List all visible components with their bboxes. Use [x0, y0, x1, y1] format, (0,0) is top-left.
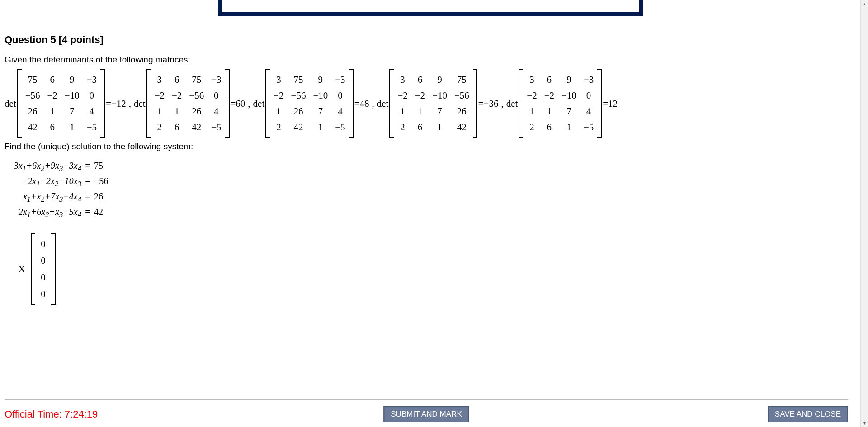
equation-rhs: −56: [91, 176, 108, 189]
footer-bar: Official Time: 7:24:19 SUBMIT AND MARK S…: [5, 399, 848, 422]
matrix-cell: 0: [208, 88, 225, 104]
det-label: det: [506, 98, 519, 109]
matrix-cell: 75: [451, 72, 473, 88]
matrix-cell: 26: [185, 104, 208, 119]
scrollbar-track[interactable]: [861, 8, 868, 419]
matrix-cell: 7: [309, 104, 331, 119]
scroll-up-arrow-icon[interactable]: ▴: [861, 0, 868, 8]
matrix-cell: −2: [541, 88, 558, 104]
equation: 3x1+6x2+9x3−3x4=75: [7, 161, 856, 173]
matrix-cell: 1: [168, 104, 185, 119]
matrix: 3759−3−2−56−100126742421−5: [265, 69, 353, 138]
matrix-cell: 6: [168, 72, 185, 88]
matrix-cell: 6: [411, 72, 429, 88]
matrix-cell: 0: [580, 88, 597, 104]
det-label: det: [134, 98, 146, 109]
matrix-cell: 42: [185, 119, 208, 135]
matrix-cell: 4: [331, 104, 349, 119]
det-value: =12: [602, 98, 620, 109]
det-value: =60: [230, 98, 248, 109]
matrix-cell: −10: [558, 88, 580, 104]
determinant-row: det7569−3−56−2−100261744261−5=−12, det36…: [5, 69, 856, 138]
scroll-down-arrow-icon[interactable]: ▾: [861, 419, 868, 427]
det-label: det: [377, 98, 390, 109]
official-time-value: 7:24:19: [65, 408, 98, 420]
matrix-cell: 6: [411, 119, 429, 135]
separator: ,: [248, 98, 253, 109]
matrix-cell: −5: [83, 119, 100, 135]
matrix-cell: 4: [83, 104, 100, 119]
equation-lhs: 3x1+6x2+9x3−3x4: [7, 161, 84, 173]
save-and-close-button[interactable]: SAVE AND CLOSE: [768, 406, 848, 422]
matrix-cell: 75: [185, 72, 208, 88]
matrix-cell: −56: [185, 88, 208, 104]
equation: x1+x2+7x3+4x4=26: [7, 191, 856, 204]
matrix-cell: 3: [394, 72, 411, 88]
equals-sign: =: [84, 176, 91, 189]
matrix-cell: −10: [309, 88, 331, 104]
solution-cell[interactable]: 0: [35, 252, 51, 269]
equals-sign: =: [84, 191, 91, 204]
submit-and-mark-button[interactable]: SUBMIT AND MARK: [383, 406, 469, 422]
question-title: Question 5 [4 points]: [5, 34, 856, 46]
matrix-cell: 6: [44, 72, 61, 88]
matrix-cell: 2: [270, 119, 287, 135]
matrix-cell: 7: [558, 104, 580, 119]
det-label: det: [5, 98, 17, 109]
matrix-cell: 9: [61, 72, 83, 88]
matrix: 36975−2−2−10−561172626142: [389, 69, 477, 138]
separator: ,: [501, 98, 506, 109]
matrix-cell: 1: [394, 104, 411, 119]
matrix-cell: 0: [83, 88, 100, 104]
matrix-cell: 1: [270, 104, 287, 119]
equals-sign: =: [84, 161, 91, 173]
matrix-cell: 9: [309, 72, 331, 88]
matrix-cell: −3: [331, 72, 349, 88]
find-text: Find the (unique) solution to the follow…: [5, 142, 856, 152]
viewport: Question 5 [4 points] Given the determin…: [0, 0, 868, 427]
matrix-cell: −3: [83, 72, 100, 88]
matrix-cell: −2: [44, 88, 61, 104]
solution-cell[interactable]: 0: [35, 236, 51, 252]
matrix-cell: −56: [288, 88, 310, 104]
matrix-cell: −2: [411, 88, 429, 104]
matrix-cell: 7: [61, 104, 83, 119]
matrix-cell: −3: [580, 72, 597, 88]
solution-cell[interactable]: 0: [35, 286, 51, 303]
det-label: det: [253, 98, 266, 109]
equation-lhs: −2x1−2x2−10x3: [7, 176, 84, 189]
matrix: 3675−3−2−2−560112642642−5: [146, 69, 230, 138]
matrix-cell: −2: [270, 88, 287, 104]
matrix-cell: 4: [580, 104, 597, 119]
matrix-cell: 1: [523, 104, 540, 119]
matrix-cell: 42: [451, 119, 473, 135]
equation-lhs: x1+x2+7x3+4x4: [7, 191, 84, 204]
matrix-cell: 7: [429, 104, 451, 119]
equation: −2x1−2x2−10x3=−56: [7, 176, 856, 189]
matrix-cell: −2: [523, 88, 540, 104]
content-area: Question 5 [4 points] Given the determin…: [0, 0, 860, 427]
matrix-cell: −10: [61, 88, 83, 104]
matrix-cell: 1: [558, 119, 580, 135]
matrix-cell: 6: [541, 72, 558, 88]
det-value: =48: [354, 98, 372, 109]
matrix-cell: 26: [22, 104, 44, 119]
equation-lhs: 2x1+6x2+x3−5x4: [7, 207, 84, 219]
matrix-cell: 75: [22, 72, 44, 88]
equation-rhs: 75: [91, 161, 103, 173]
matrix-cell: 1: [151, 104, 168, 119]
matrix-cell: 1: [541, 104, 558, 119]
separator: ,: [372, 98, 377, 109]
matrix: 369−3−2−2−1001174261−5: [519, 69, 602, 138]
vertical-scrollbar[interactable]: ▴ ▾: [860, 0, 868, 427]
official-time: Official Time: 7:24:19: [5, 408, 98, 420]
matrix-cell: −5: [208, 119, 225, 135]
separator: ,: [129, 98, 134, 109]
matrix-cell: −3: [208, 72, 225, 88]
matrix-cell: −10: [429, 88, 451, 104]
solution-cell[interactable]: 0: [35, 269, 51, 286]
solution-matrix[interactable]: 0000: [31, 233, 56, 305]
matrix-cell: 3: [270, 72, 287, 88]
equation-system: 3x1+6x2+9x3−3x4=75−2x1−2x2−10x3=−56x1+x2…: [7, 161, 856, 219]
matrix-cell: −56: [22, 88, 44, 104]
